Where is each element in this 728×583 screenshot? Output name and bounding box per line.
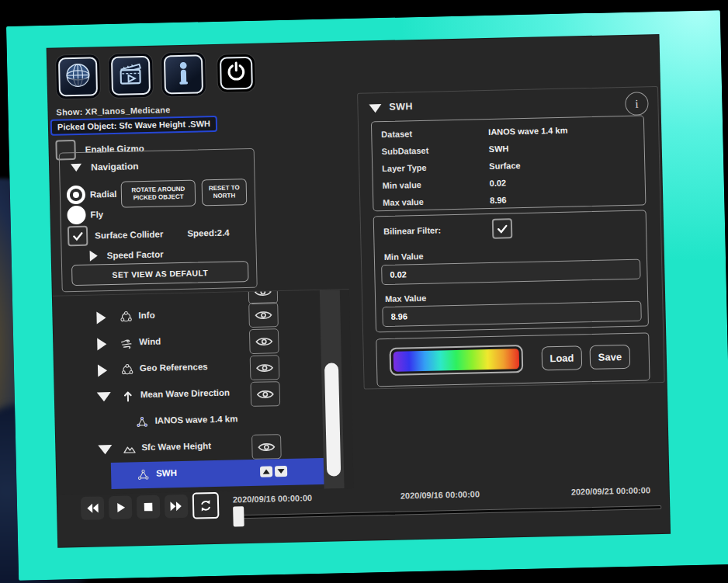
- stop-icon: [141, 500, 155, 514]
- max-value-label: Max Value: [385, 293, 426, 304]
- colormap-gradient: [393, 349, 520, 372]
- rotate-around-picked-object-button[interactable]: ROTATE AROUND PICKED OBJECT: [121, 180, 196, 208]
- min-value-label: Min Value: [384, 252, 424, 262]
- timeline-slider-track[interactable]: [239, 505, 661, 519]
- info-icon: [170, 59, 197, 89]
- property-label: Layer Type: [382, 163, 427, 173]
- tree-item-label: SWH: [156, 468, 177, 478]
- mountain-wave-icon: [123, 442, 135, 455]
- visibility-toggle[interactable]: [249, 328, 279, 354]
- colormap-gradient-bar[interactable]: [390, 345, 524, 376]
- move-down-button[interactable]: [275, 466, 287, 477]
- set-view-as-default-button[interactable]: SET VIEW AS DEFAULT: [71, 261, 249, 286]
- value-editor-box: Bilinear Filter: Min Value Max Value: [373, 210, 649, 332]
- visibility-toggle[interactable]: [250, 355, 280, 380]
- property-value: SWH: [489, 144, 509, 154]
- loop-button[interactable]: [192, 492, 220, 519]
- expand-icon[interactable]: [96, 311, 106, 324]
- power-icon: [225, 61, 248, 86]
- visibility-toggle[interactable]: [251, 434, 282, 460]
- load-colormap-button[interactable]: Load: [542, 345, 583, 370]
- inspector-info-button[interactable]: i: [625, 92, 649, 116]
- max-value-input[interactable]: [382, 301, 642, 328]
- collapse-icon[interactable]: [369, 104, 381, 113]
- node-graph-icon: [120, 311, 132, 323]
- tree-item-label: Geo References: [140, 362, 208, 373]
- eye-icon: [254, 309, 272, 321]
- bilinear-filter-label: Bilinear Filter:: [383, 225, 441, 236]
- eye-icon: [255, 362, 274, 374]
- property-label: Dataset: [381, 129, 412, 139]
- collapse-icon[interactable]: [97, 392, 111, 401]
- timeline-end-time: 2020/09/21 00:00:00: [571, 485, 650, 496]
- bilinear-filter-checkbox[interactable]: [492, 218, 513, 239]
- radial-radio[interactable]: [67, 186, 86, 205]
- tree-item-label: Info: [138, 311, 154, 320]
- fly-label: Fly: [90, 210, 103, 219]
- save-colormap-button[interactable]: Save: [590, 345, 631, 370]
- property-label: Min value: [383, 180, 421, 190]
- tree-item-swh[interactable]: SWH: [111, 458, 332, 489]
- tree-item-label: IANOS wave 1.4 km: [154, 414, 237, 425]
- tree-scrollbar-thumb[interactable]: [324, 363, 341, 476]
- tree-item-label: Sfc Wave Height: [141, 441, 211, 452]
- mesh-icon: [137, 469, 150, 481]
- inspector-title: SWH: [389, 101, 413, 113]
- picked-object-label[interactable]: Picked Object: Sfc Wave Height .SWH: [50, 116, 217, 136]
- fast-forward-button[interactable]: [165, 495, 189, 519]
- power-button[interactable]: [217, 54, 256, 93]
- visibility-toggle[interactable]: [250, 381, 280, 407]
- expand-icon[interactable]: [90, 250, 98, 261]
- timeline-slider-thumb[interactable]: [233, 506, 244, 526]
- media-recorder-button[interactable]: [108, 53, 154, 99]
- speed-factor-label: Speed Factor: [107, 249, 164, 260]
- property-value: 0.02: [490, 178, 507, 187]
- globe-button[interactable]: [55, 54, 101, 99]
- globe-button-frame: [58, 57, 98, 96]
- move-up-button[interactable]: [260, 466, 272, 477]
- fast-forward-icon: [168, 499, 184, 513]
- property-label: SubDataset: [382, 146, 429, 156]
- navigation-title: Navigation: [91, 161, 139, 172]
- info-button-frame: [164, 54, 203, 94]
- colormap-box: Load Save: [376, 332, 650, 387]
- movie-clapper-icon: [116, 60, 145, 92]
- surface-collider-label: Surface Collider: [95, 229, 163, 240]
- min-value-input[interactable]: [381, 259, 641, 286]
- layer-tree: InfoWindGeo ReferencesMean Wave Directio…: [53, 289, 354, 495]
- loop-icon: [198, 498, 213, 513]
- property-value: Surface: [489, 161, 521, 171]
- property-value: 8.96: [490, 195, 507, 204]
- rewind-button[interactable]: [81, 496, 105, 520]
- expand-icon[interactable]: [97, 338, 106, 350]
- tree-item-label: Wind: [139, 337, 161, 347]
- property-label: Max value: [383, 197, 424, 207]
- mesh-icon: [136, 416, 148, 429]
- collapse-icon[interactable]: [98, 445, 112, 454]
- visibility-toggle[interactable]: [248, 302, 279, 328]
- check-icon: [496, 222, 508, 234]
- play-button[interactable]: [109, 495, 133, 519]
- eye-icon: [256, 388, 275, 401]
- tree-item-label: Mean Wave Direction: [140, 388, 230, 400]
- property-value: IANOS wave 1.4 km: [488, 126, 567, 137]
- timeline-current-time: 2020/09/16 00:00:00: [400, 489, 480, 500]
- stop-button[interactable]: [137, 495, 161, 519]
- eye-icon: [254, 289, 272, 297]
- eye-icon: [255, 335, 273, 348]
- surface-collider-checkbox[interactable]: [68, 226, 88, 247]
- collapse-icon[interactable]: [71, 164, 81, 172]
- rewind-icon: [85, 501, 100, 515]
- globe-icon: [64, 61, 92, 93]
- dataset-properties-box: DatasetIANOS wave 1.4 kmSubDatasetSWHLay…: [371, 115, 647, 211]
- floating-ui-window: Show: XR_Ianos_Medicane Picked Object: S…: [6, 10, 728, 581]
- expand-icon[interactable]: [98, 364, 107, 377]
- eye-icon: [257, 441, 276, 453]
- arrow-up-icon: [122, 390, 134, 402]
- fly-radio[interactable]: [67, 206, 86, 225]
- reset-to-north-button[interactable]: RESET TO NORTH: [202, 179, 248, 206]
- control-panel: Show: XR_Ianos_Medicane Picked Object: S…: [47, 35, 670, 547]
- media-button-frame: [111, 56, 151, 95]
- radial-label: Radial: [90, 189, 117, 200]
- info-button[interactable]: [161, 51, 206, 97]
